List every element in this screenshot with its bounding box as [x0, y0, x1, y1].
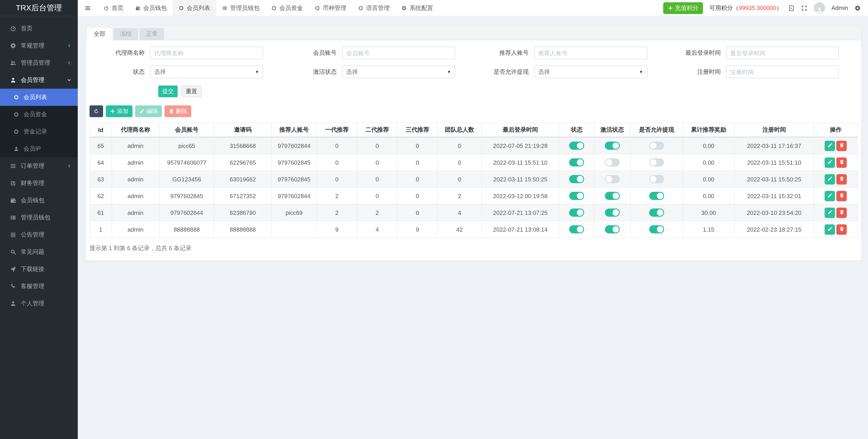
cell-member-account: picc65 — [159, 137, 214, 154]
sidebar-item-member-list[interactable]: 会员列表 — [0, 89, 78, 106]
gauge-icon — [103, 5, 109, 11]
status-toggle[interactable] — [569, 175, 584, 183]
plus-icon — [668, 5, 673, 11]
member-row[interactable]: 62admin979760284567127352979760284420022… — [90, 187, 857, 204]
sidebar-item-download-links[interactable]: 下载链接 — [0, 261, 78, 278]
member-row[interactable]: 61admin979760284482386790picc6922042022-… — [90, 204, 857, 221]
topnav-item-language[interactable]: 语言管理 — [352, 0, 396, 16]
avatar[interactable] — [814, 2, 825, 13]
status-toggle[interactable] — [569, 192, 584, 200]
activation-toggle[interactable] — [605, 192, 620, 200]
delete-row-button[interactable] — [836, 207, 847, 218]
username[interactable]: Admin — [831, 4, 848, 11]
sidebar-item-members[interactable]: 会员管理 — [0, 71, 78, 89]
topnav-item-currency[interactable]: 币种管理 — [309, 0, 352, 16]
chevron-left-icon — [67, 43, 71, 48]
status-toggle[interactable] — [569, 225, 584, 233]
topnav-item-admin-wallet[interactable]: 管理员钱包 — [216, 0, 266, 16]
reset-button[interactable]: 重置 — [181, 86, 202, 97]
activation-status-select[interactable]: 选择 ▼ — [342, 66, 455, 78]
activation-toggle[interactable] — [605, 225, 620, 233]
member-row[interactable]: 64admin957974606077622967659797602845000… — [90, 154, 857, 171]
cell-invite-code: 82386790 — [214, 204, 272, 221]
status-select[interactable]: 选择 ▼ — [150, 66, 263, 78]
app-title: TRX后台管理 — [0, 0, 78, 16]
last-login-time-input[interactable] — [726, 47, 839, 59]
topnav-item-member-wallet[interactable]: 会员钱包 — [129, 0, 173, 16]
edit-row-button[interactable] — [825, 207, 835, 218]
translate-icon[interactable]: A — [788, 5, 795, 11]
edit-row-button[interactable] — [825, 174, 835, 184]
sidebar-item-finance[interactable]: 财务管理 — [0, 175, 78, 192]
sidebar-item-faq[interactable]: 常见问题 — [0, 243, 78, 261]
cell-team-total: 0 — [438, 171, 482, 187]
sidebar-item-member-wallet[interactable]: 会员钱包 — [0, 192, 78, 209]
recharge-points-button[interactable]: 充值积分 — [663, 2, 703, 14]
register-time-input[interactable] — [726, 66, 839, 78]
members-table: Id代理商名称会员账号邀请码推荐人账号一代推荐二代推荐三代推荐团队总人数最后登录… — [90, 123, 858, 238]
activation-toggle[interactable] — [605, 142, 620, 150]
member-row[interactable]: 65adminpicc6531568668979760284400002022-… — [90, 137, 857, 154]
withdraw-allowed-toggle[interactable] — [649, 225, 664, 233]
withdraw-allowed-toggle[interactable] — [649, 175, 664, 183]
withdraw-allowed-select[interactable]: 选择 ▼ — [534, 66, 647, 78]
edit-row-button[interactable] — [825, 141, 835, 151]
gauge-icon — [10, 25, 16, 32]
sidebar-item-support[interactable]: 客服管理 — [0, 278, 78, 295]
topnav-item-home[interactable]: 首页 — [98, 0, 129, 16]
agent-name-input[interactable] — [150, 47, 263, 59]
edit-row-button[interactable] — [825, 224, 835, 235]
submit-button[interactable]: 提交 — [158, 86, 178, 97]
sidebar-item-orders[interactable]: 订单管理 — [0, 157, 78, 175]
sidebar-item-fund-records[interactable]: 资金记录 — [0, 123, 78, 140]
add-button[interactable]: 添加 — [106, 106, 132, 117]
topnav-item-member-funds[interactable]: 会员资金 — [266, 0, 309, 16]
cell-actions — [814, 204, 857, 221]
delete-row-button[interactable] — [836, 224, 847, 235]
column-header: 是否允许提现 — [630, 123, 683, 137]
sidebar-item-home[interactable]: 首页 — [0, 20, 78, 37]
referrer-account-input[interactable] — [534, 47, 647, 59]
sidebar-item-announcements[interactable]: 公告管理 — [0, 226, 78, 243]
cell-last-login-time: 2022-03-11 15:51:10 — [482, 154, 559, 171]
sidebar-item-admin-wallet[interactable]: 管理员钱包 — [0, 209, 78, 226]
sidebar-item-general[interactable]: 常规管理 — [0, 37, 78, 54]
settings-gear-icon[interactable] — [855, 5, 861, 11]
withdraw-allowed-toggle[interactable] — [649, 158, 664, 167]
withdraw-allowed-toggle[interactable] — [649, 192, 664, 200]
status-toggle[interactable] — [569, 208, 584, 217]
status-toggle[interactable] — [569, 158, 584, 167]
cell-activated — [594, 187, 630, 204]
fullscreen-icon[interactable] — [801, 5, 807, 11]
withdraw-allowed-toggle[interactable] — [649, 208, 664, 217]
activation-toggle[interactable] — [605, 158, 620, 167]
delete-row-button[interactable] — [836, 157, 847, 168]
activation-toggle[interactable] — [605, 175, 620, 183]
sidebar-item-member-ip[interactable]: 会员IP — [0, 140, 78, 157]
delete-row-button[interactable] — [836, 141, 847, 151]
tab-normal[interactable]: 正常 — [140, 28, 164, 40]
edit-button[interactable]: 编辑 — [135, 106, 162, 117]
member-row[interactable]: 1admin8888888888888888949422022-07-21 13… — [90, 221, 857, 238]
member-account-input[interactable] — [342, 47, 455, 59]
edit-row-button[interactable] — [825, 191, 835, 201]
hamburger-menu-icon[interactable] — [78, 5, 98, 11]
topnav-item-member-list[interactable]: 会员列表 — [173, 0, 216, 16]
delete-button[interactable]: 删除 — [164, 106, 191, 117]
activation-toggle[interactable] — [605, 208, 620, 217]
sidebar-item-member-funds[interactable]: 会员资金 — [0, 106, 78, 123]
tab-all[interactable]: 全部 — [87, 28, 112, 40]
withdraw-allowed-toggle[interactable] — [649, 142, 664, 150]
trash-icon — [839, 176, 844, 182]
status-toggle[interactable] — [569, 142, 584, 150]
topnav-item-system-config[interactable]: 系统配置 — [396, 0, 439, 16]
delete-row-button[interactable] — [836, 174, 847, 184]
cell-activated — [594, 221, 630, 238]
member-row[interactable]: 63adminGG1234566301966297976028450000202… — [90, 171, 857, 187]
sidebar-item-admins[interactable]: 管理员管理 — [0, 54, 78, 71]
delete-row-button[interactable] — [836, 191, 847, 201]
refresh-button[interactable] — [90, 106, 103, 117]
tab-frozen[interactable]: 冻结 — [114, 28, 138, 40]
edit-row-button[interactable] — [825, 157, 835, 168]
sidebar-item-profile[interactable]: 个人管理 — [0, 295, 78, 312]
